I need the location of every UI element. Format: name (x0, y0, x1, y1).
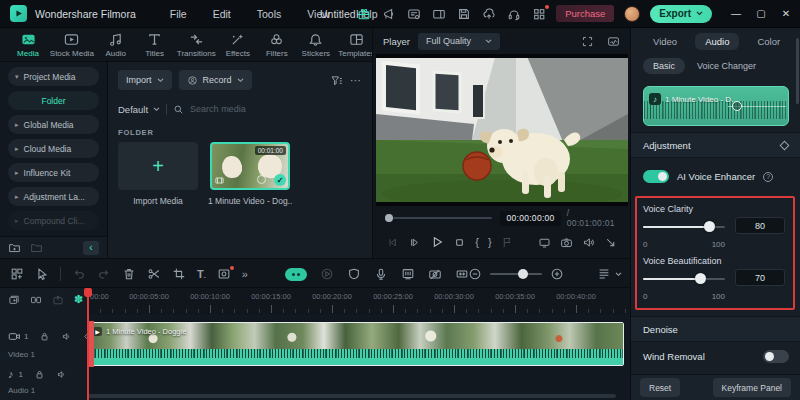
tab-media[interactable]: Media (14, 32, 42, 58)
sort-dropdown[interactable]: Default (118, 104, 160, 115)
stop-icon[interactable] (453, 236, 466, 249)
wind-removal-toggle[interactable] (763, 350, 789, 363)
fullscreen-icon[interactable] (604, 236, 617, 249)
voice-clarity-value[interactable]: 80 (735, 217, 785, 234)
timeline-ruler[interactable]: 00:00 00:00:05:00 00:00:10:00 00:00:15:0… (88, 288, 630, 314)
cloud-upload-icon[interactable] (481, 6, 496, 21)
sidebar-item-folder[interactable]: Folder (8, 91, 99, 110)
more-options-icon[interactable]: ⋯ (350, 74, 362, 87)
chevron-down-icon[interactable] (615, 272, 622, 277)
snapshot-disabled-icon[interactable] (428, 267, 442, 281)
previous-frame-icon[interactable] (386, 236, 399, 249)
next-frame-icon[interactable] (408, 236, 421, 249)
quality-dropdown[interactable]: Full Quality (418, 33, 500, 50)
subtab-basic[interactable]: Basic (643, 58, 685, 74)
keyframe-dot[interactable] (732, 101, 742, 111)
tab-filters[interactable]: Filters (263, 32, 291, 58)
keyframe-diamond-icon[interactable] (780, 140, 790, 150)
feedback-icon[interactable] (406, 6, 421, 21)
properties-scrollbar[interactable] (796, 38, 799, 104)
tab-color[interactable]: Color (747, 33, 790, 50)
record-button[interactable]: Record (179, 70, 252, 90)
mask-tool[interactable] (217, 267, 231, 281)
sidebar-item-global-media[interactable]: ▸Global Media (8, 115, 99, 134)
lock-track-icon[interactable] (34, 369, 45, 380)
save-icon[interactable] (456, 6, 471, 21)
select-tool-icon[interactable] (35, 267, 49, 281)
delete-folder-icon[interactable] (30, 241, 43, 254)
tab-templates[interactable]: Templates (341, 32, 372, 58)
reset-button[interactable]: Reset (640, 378, 680, 397)
link-clips-icon[interactable] (30, 294, 42, 306)
zoom-slider[interactable] (490, 269, 542, 279)
lock-track-icon[interactable] (39, 331, 50, 342)
layout-icon[interactable] (431, 6, 446, 21)
apps-grid-icon[interactable] (531, 6, 546, 21)
close-button[interactable]: ✕ (780, 8, 792, 19)
ai-audio-active-toggle[interactable] (285, 268, 307, 281)
scrub-track[interactable] (393, 217, 493, 219)
fit-timeline-icon[interactable] (455, 267, 469, 281)
adjustment-section[interactable]: Adjustment (631, 132, 800, 158)
crop-icon[interactable] (172, 267, 186, 281)
voice-beautification-value[interactable]: 70 (735, 269, 785, 286)
tab-audio[interactable]: Audio (695, 33, 739, 50)
volume-icon[interactable] (582, 236, 595, 249)
preview-render-icon[interactable] (320, 267, 334, 281)
video-preview[interactable] (376, 54, 628, 206)
slider-handle[interactable] (704, 221, 715, 232)
audio-mixer-icon[interactable] (401, 267, 415, 281)
account-avatar[interactable] (624, 6, 640, 22)
zoom-in-icon[interactable] (550, 267, 564, 281)
marker-icon[interactable] (501, 236, 514, 249)
support-icon[interactable] (506, 6, 521, 21)
text-tool-icon[interactable]: T. (197, 268, 206, 280)
snapshot-icon[interactable] (560, 236, 573, 249)
ai-audio-icon[interactable]: ✽ (74, 293, 83, 306)
new-folder-icon[interactable] (8, 241, 21, 254)
manage-tracks-icon[interactable] (10, 267, 24, 281)
voiceover-mic-icon[interactable] (374, 267, 388, 281)
mute-track-icon[interactable] (56, 369, 67, 380)
ai-voice-enhancer-toggle[interactable] (643, 170, 669, 183)
collapse-sidebar-button[interactable]: ‹ (83, 241, 99, 255)
export-button[interactable]: Export (650, 5, 712, 23)
denoise-section[interactable]: Denoise (631, 316, 800, 342)
timeline-scrollbar[interactable] (88, 394, 616, 398)
filter-icon[interactable] (330, 74, 343, 87)
split-icon[interactable] (147, 267, 161, 281)
undo-icon[interactable] (72, 267, 86, 281)
more-tools-icon[interactable]: » (242, 268, 248, 280)
sidebar-item-cloud-media[interactable]: ▸Cloud Media (8, 139, 99, 158)
playhead-line[interactable] (87, 288, 89, 400)
mark-out-icon[interactable]: } (488, 237, 492, 248)
whats-new-icon[interactable] (381, 6, 396, 21)
purchase-button[interactable]: Purchase (556, 5, 614, 22)
tab-video[interactable]: Video (643, 33, 687, 50)
tab-transitions[interactable]: Transitions (180, 32, 213, 58)
tab-stock-media[interactable]: Stock Media (53, 32, 91, 58)
maximize-button[interactable]: ▢ (755, 8, 767, 19)
timeline-lanes[interactable]: ▶1 Minute Video - Doggie (88, 314, 630, 400)
denoise-shield-icon[interactable] (347, 267, 361, 281)
mirror-display-icon[interactable] (538, 236, 551, 249)
zoom-out-icon[interactable] (468, 267, 482, 281)
voice-clarity-slider[interactable] (643, 221, 725, 232)
tab-titles[interactable]: Titles (141, 32, 169, 58)
scrub-handle[interactable] (385, 214, 393, 222)
add-media-icon[interactable] (8, 294, 20, 306)
sidebar-item-adjustment-layer[interactable]: ▸Adjustment La... (8, 187, 99, 206)
selected-audio-clip-bar[interactable]: ♪ 1 Minute Video - D... (643, 86, 789, 126)
import-media-tile[interactable]: + (118, 142, 198, 190)
sidebar-item-compound-clip[interactable]: ▸Compound Cli... (8, 211, 99, 230)
detach-player-icon[interactable] (581, 35, 594, 48)
info-icon[interactable]: ? (763, 172, 773, 182)
voice-beautification-slider[interactable] (643, 273, 725, 284)
tab-effects[interactable]: Effects (224, 32, 252, 58)
sidebar-item-influence-kit[interactable]: ▸Influence Kit (8, 163, 99, 182)
track-list-icon[interactable] (597, 267, 611, 281)
menu-edit[interactable]: Edit (213, 8, 231, 20)
import-button[interactable]: Import (118, 70, 172, 90)
tab-audio[interactable]: Audio (102, 32, 130, 58)
timeline-video-clip[interactable]: ▶1 Minute Video - Doggie (88, 322, 624, 366)
